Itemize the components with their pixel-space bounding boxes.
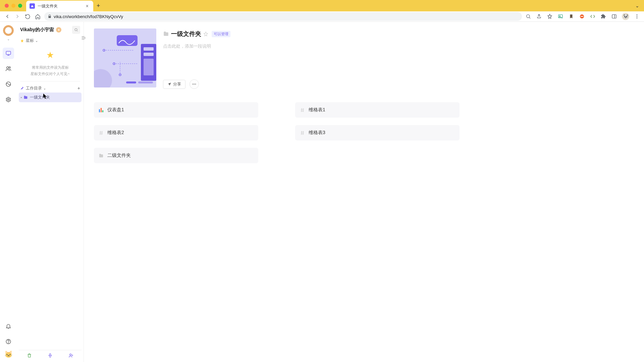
add-node-button[interactable]: + [77, 85, 80, 91]
sidebar: Vikaby的小宇宙 ✦ 星标 ⌄ ★ 将常用的文件设为星标 星标文件仅对个人可… [17, 22, 84, 362]
card-label: 二级文件夹 [107, 153, 131, 159]
workspace-avatar[interactable] [3, 25, 14, 36]
svg-point-10 [7, 67, 9, 69]
url-text: vika.cn/workbench/fod7BKNyQcvVy [54, 14, 123, 19]
permission-badge: 可以管理 [212, 31, 230, 37]
svg-point-15 [8, 343, 8, 343]
extension-block-icon[interactable] [579, 13, 585, 19]
address-bar: vika.cn/workbench/fod7BKNyQcvVy 🐼 [0, 11, 644, 22]
svg-rect-22 [144, 47, 154, 51]
hash-icon [300, 108, 305, 113]
svg-rect-34 [101, 108, 102, 112]
back-button[interactable] [4, 13, 11, 20]
url-box[interactable]: vika.cn/workbench/fod7BKNyQcvVy [44, 12, 522, 21]
invite-button[interactable] [64, 353, 78, 358]
reload-button[interactable] [24, 13, 31, 20]
svg-point-11 [9, 67, 11, 68]
card-item-datasheet[interactable]: 维格表1 [295, 102, 460, 118]
extension-code-icon[interactable] [590, 13, 596, 19]
svg-point-30 [193, 84, 193, 84]
svg-rect-35 [102, 110, 103, 112]
workspace-name: Vikaby的小宇宙 [20, 27, 54, 33]
browser-chrome: 一级文件夹 × + ⌄ vika.cn/workbench/fod7BKNyQc… [0, 0, 644, 22]
card-item-datasheet[interactable]: 维格表3 [295, 125, 460, 140]
tab-title: 一级文件夹 [38, 3, 85, 9]
content-grid: 仪表盘1 维格表1 维格表2 维格表3 [94, 102, 460, 163]
rail-help[interactable] [3, 336, 14, 347]
svg-rect-20 [117, 35, 138, 46]
folder-cover[interactable] [94, 28, 156, 87]
folder-icon [163, 31, 169, 37]
home-button[interactable] [34, 13, 41, 20]
extension-picture-icon[interactable] [557, 13, 564, 19]
starred-empty-line2: 星标文件仅对个人可见~ [20, 71, 80, 77]
main-content: 一级文件夹 可以管理 点击此处，添加一段说明 分享 [84, 22, 644, 362]
maximize-window-button[interactable] [18, 4, 22, 8]
svg-point-17 [70, 354, 71, 356]
folder-icon [23, 95, 28, 100]
rail-templates[interactable] [3, 78, 14, 90]
tab-close-button[interactable]: × [85, 3, 90, 9]
svg-rect-5 [612, 15, 616, 18]
workdir-label: 工作目录 [26, 85, 42, 91]
close-window-button[interactable] [5, 4, 9, 8]
star-big-icon: ★ [20, 48, 80, 62]
minimize-window-button[interactable] [11, 4, 15, 8]
rail-workbench[interactable] [3, 48, 14, 59]
tree-item-folder[interactable]: ▸ 一级文件夹 [19, 93, 82, 102]
star-toggle-button[interactable] [203, 32, 208, 37]
extension-bookmark-icon[interactable] [568, 13, 574, 19]
share-browser-icon[interactable] [536, 13, 542, 19]
svg-point-32 [195, 84, 196, 84]
rail-mascot-icon: 🐱 [3, 349, 13, 359]
workspace-switcher-chevron[interactable]: ⌄ [7, 37, 10, 41]
svg-point-16 [75, 28, 77, 31]
card-item-subfolder[interactable]: 二级文件夹 [94, 148, 258, 163]
kebab-menu-icon[interactable] [634, 13, 640, 19]
svg-point-7 [637, 16, 638, 17]
rail-contacts[interactable] [3, 63, 14, 74]
share-label: 分享 [173, 81, 181, 87]
workdir-section-toggle[interactable]: 工作目录 ⌄ + [19, 84, 82, 93]
share-button[interactable]: 分享 [163, 80, 185, 89]
card-label: 维格表1 [309, 107, 325, 113]
svg-point-0 [527, 15, 530, 18]
sidebar-collapse-button[interactable] [80, 35, 87, 41]
card-item-dashboard[interactable]: 仪表盘1 [94, 102, 258, 118]
starred-section-toggle[interactable]: 星标 ⌄ [19, 37, 82, 45]
pin-icon [20, 86, 24, 90]
new-tab-button[interactable]: + [97, 2, 100, 9]
trash-button[interactable] [22, 353, 36, 358]
folder-icon [99, 153, 104, 158]
sidebar-search-button[interactable] [72, 26, 80, 34]
more-button[interactable] [190, 79, 199, 89]
svg-point-13 [8, 99, 9, 101]
extensions-button[interactable] [600, 13, 606, 19]
search-icon[interactable] [525, 13, 531, 19]
theme-button[interactable] [43, 353, 57, 358]
forward-button[interactable] [14, 13, 21, 20]
rail-notifications[interactable] [3, 320, 14, 332]
nav-rail: ⌄ 🐱 [0, 22, 17, 362]
svg-rect-24 [144, 59, 154, 75]
star-icon [20, 39, 24, 43]
page-title[interactable]: 一级文件夹 [171, 30, 201, 38]
description-placeholder[interactable]: 点击此处，添加一段说明 [163, 43, 634, 49]
card-label: 维格表3 [309, 130, 325, 136]
svg-rect-9 [6, 51, 11, 55]
browser-tab[interactable]: 一级文件夹 × [26, 1, 93, 11]
svg-point-6 [637, 14, 638, 15]
rail-settings[interactable] [3, 94, 14, 105]
card-label: 仪表盘1 [107, 107, 124, 113]
chevron-down-icon: ⌄ [43, 86, 46, 90]
svg-rect-29 [138, 81, 153, 83]
card-item-datasheet[interactable]: 维格表2 [94, 125, 258, 140]
workspace-header[interactable]: Vikaby的小宇宙 ✦ [19, 24, 82, 37]
tabs-overflow-button[interactable]: ⌄ [635, 3, 641, 8]
sidebar-footer [19, 350, 82, 359]
starred-empty: ★ 将常用的文件设为星标 星标文件仅对个人可见~ [20, 45, 80, 81]
bookmark-star-icon[interactable] [547, 13, 553, 19]
profile-avatar[interactable]: 🐼 [622, 13, 629, 20]
side-panel-icon[interactable] [611, 13, 617, 19]
svg-rect-28 [126, 81, 136, 83]
